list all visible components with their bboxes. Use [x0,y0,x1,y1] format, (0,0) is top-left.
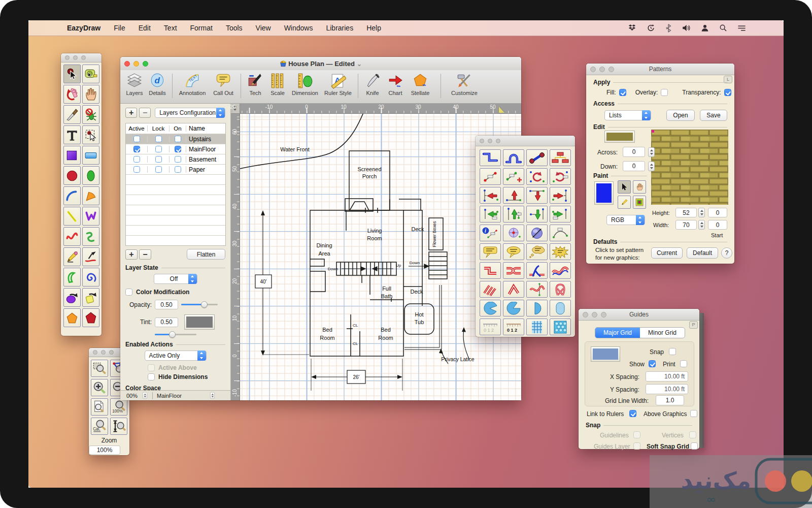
across-stepper[interactable] [648,147,655,157]
spiral-tool-button[interactable] [82,268,99,287]
minimize-icon[interactable] [488,139,492,143]
slider-thumb[interactable] [201,301,208,308]
fill-checkbox[interactable] [619,89,626,96]
center-mark-button[interactable] [503,225,524,241]
active-checkbox[interactable] [133,136,140,142]
zoom-100-button[interactable]: 100% [110,398,127,416]
zoom-window-icon[interactable] [496,139,500,143]
ellipse-tool-button[interactable] [82,166,99,185]
close-icon[interactable] [480,139,484,143]
dim-arrow-up-button[interactable] [503,187,524,204]
volume-icon[interactable] [682,24,691,32]
elbow-connector-button[interactable] [480,149,501,166]
toolbar-annotation-button[interactable]: TEXTAnnotation [176,73,209,96]
above-graphics-checkbox[interactable] [690,410,697,417]
dim-arrow-down-button[interactable] [526,187,548,204]
status-layer-value[interactable]: MainFloor [157,393,182,399]
grid-line-width-field[interactable]: 1.0 [656,395,684,405]
paint-pencil-tool-button[interactable] [618,196,631,209]
table-row[interactable]: Basement [126,154,225,164]
pan-tool-button[interactable] [82,85,99,104]
tab-major-grid[interactable]: Major Grid [595,328,640,338]
down-field[interactable]: 0 [623,161,645,171]
toolbar-ruler-style-button[interactable]: ARuler Style [321,73,355,96]
dim-arrow-right-button[interactable] [550,187,571,204]
tab-minor-grid[interactable]: Minor Grid [640,328,685,338]
callout-burst-button[interactable] [550,243,571,260]
status-zoom-value[interactable]: 00% [126,393,138,399]
bezier-curve-tool-button[interactable] [63,227,81,246]
x-spacing-field[interactable]: 10.00 ft [646,371,688,382]
lock-checkbox[interactable] [155,156,162,163]
thought-cloud-button[interactable] [526,243,548,260]
measure-select-tool-button[interactable] [82,65,99,83]
paint-select-tool-button[interactable] [618,180,631,194]
move-arrow-left-button[interactable] [480,206,501,223]
wave-anchored-button[interactable] [526,281,548,298]
close-icon[interactable] [65,55,70,60]
dim-arrow-left-button[interactable] [480,187,501,204]
toolbar-knife-button[interactable]: Knife [361,73,384,96]
opacity-slider[interactable] [181,304,218,305]
zoom-stepper[interactable] [143,392,147,399]
add-layer-button[interactable]: + [125,249,138,260]
minimize-icon[interactable] [73,55,78,60]
toolbar-stellate-button[interactable]: Stellate [407,73,433,96]
dimension-line-button[interactable] [480,168,501,185]
menu-app[interactable]: EazyDraw [67,24,100,32]
active-checkbox[interactable] [133,146,140,152]
half-disc-button[interactable] [526,300,548,316]
patterns-titlebar[interactable]: Patterns L [586,64,734,75]
hatch-lines-button[interactable] [480,281,501,298]
active-checkbox[interactable] [133,156,140,163]
minimize-icon[interactable] [101,350,106,355]
ruler-disabled-button[interactable]: 0 1 2 [480,319,501,335]
opacity-field[interactable]: 0.50 [155,300,178,309]
pipe-elbow-button[interactable] [480,262,501,279]
pattern-color-swatch[interactable] [604,131,635,143]
pipe-branch-button[interactable] [526,262,548,279]
knife-tool-button[interactable] [63,105,81,124]
on-checkbox[interactable] [175,166,181,173]
overlay-checkbox[interactable] [661,89,668,96]
lock-checkbox[interactable] [155,166,162,173]
move-arrow-right-button[interactable] [550,206,571,223]
move-arrow-down-button[interactable] [526,206,548,223]
select-tool-button[interactable] [63,65,81,83]
zoom-in-button[interactable] [91,379,108,396]
sphere-diameter-button[interactable] [526,225,548,241]
guides-titlebar[interactable]: Guides P [579,309,699,321]
remove-layer-button[interactable]: − [139,108,151,118]
ribbon-loop-button[interactable] [550,281,571,298]
polygon-tool-button[interactable] [82,308,99,327]
guides-layer-checkbox[interactable] [633,442,640,450]
circle-tool-button[interactable] [63,166,81,185]
guides-scrollbar[interactable] [699,313,704,448]
capsule-button[interactable] [550,300,571,316]
transparency-checkbox[interactable] [724,89,731,96]
pie-notched-button[interactable] [503,300,524,316]
default-button[interactable]: Default [687,247,718,259]
rotate-ellipse-tool-button[interactable] [63,288,81,307]
callout-oval-button[interactable] [503,243,524,260]
chevron-curve-button[interactable] [503,281,524,298]
menu-format[interactable]: Format [190,24,213,32]
table-row[interactable]: MainFloor [126,144,225,154]
ruler-button[interactable]: 0 1 2 [503,319,524,335]
layer-state-select[interactable]: Off [154,274,197,284]
rotate-cw-button[interactable] [550,168,571,185]
tint-slider[interactable] [155,334,196,335]
text-tool-button[interactable] [63,125,81,144]
user-icon[interactable] [701,24,709,32]
pipe-crossover-button[interactable] [503,262,524,279]
across-field[interactable]: 0 [623,147,645,157]
on-checkbox[interactable] [175,146,181,152]
pencil-tool-button[interactable] [63,247,81,266]
y-spacing-field[interactable]: 10.00 ft [646,384,688,394]
toolbar-tech-button[interactable]: Tech [244,73,266,96]
document-titlebar[interactable]: House Plan — Edited ⌄ [120,57,521,71]
on-checkbox[interactable] [175,136,181,142]
toolbar-chart-button[interactable]: Chart [384,73,407,96]
search-icon[interactable] [719,24,727,32]
lock-checkbox[interactable] [155,146,162,152]
